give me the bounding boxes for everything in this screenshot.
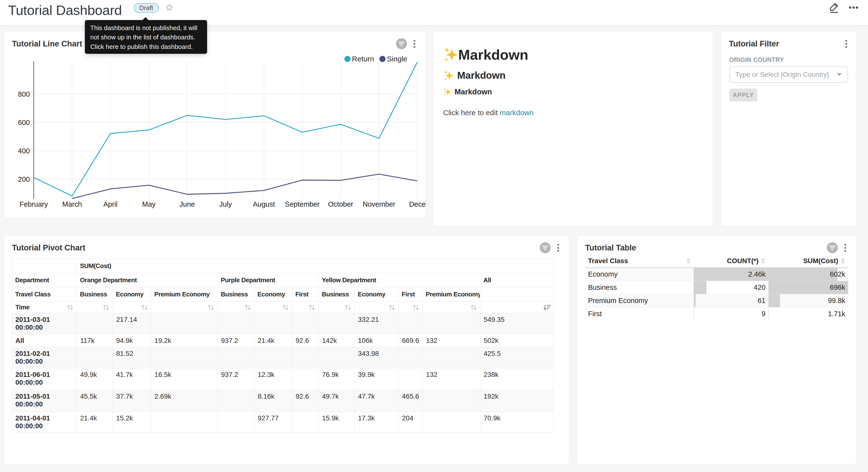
sort-icon	[412, 303, 420, 311]
pivot-value-cell	[319, 347, 354, 368]
pivot-value-cell: 425.5	[480, 347, 554, 368]
pivot-data-row: 2011-05-01 00:00:0045.5k37.7k2.69k8.16k9…	[12, 390, 554, 412]
pivot-value-cell: 238k	[480, 368, 554, 390]
pivot-data-row: 2011-02-01 00:00:0081.52343.98425.5	[12, 347, 554, 368]
table-row: First91.71k	[585, 307, 848, 320]
pivot-value-cell	[423, 412, 480, 433]
pivot-value-cell: 132	[423, 368, 480, 390]
markdown-h2: Markdown	[443, 68, 703, 82]
pivot-column-sort[interactable]	[113, 301, 151, 313]
pivot-value-cell	[77, 313, 113, 334]
pivot-subcolumn-header	[480, 287, 554, 301]
pivot-column-sort[interactable]	[77, 301, 113, 313]
pivot-value-cell	[399, 368, 423, 390]
chart-kebab-menu-icon[interactable]	[413, 40, 415, 48]
legend-label-return: Return	[352, 55, 374, 63]
line-chart-card: 200400600800FebruaryMarchAprilMayJuneJul…	[4, 31, 426, 218]
pivot-value-cell: 106k	[354, 334, 399, 347]
select-placeholder: Type or Select [Origin Country]	[735, 71, 836, 79]
pivot-row-key: All	[12, 334, 77, 347]
dashboard-page: Tutorial Dashboard Draft	[0, 0, 868, 472]
x-tick-label: February	[20, 200, 48, 208]
table-column-header[interactable]: Travel Class	[585, 255, 694, 268]
x-tick-label: July	[219, 200, 232, 208]
legend-label-single: Single	[387, 55, 407, 63]
filter-kebab-menu-icon[interactable]	[845, 40, 847, 48]
sort-icon	[141, 303, 148, 311]
pivot-value-cell: 45.5k	[77, 390, 113, 412]
dashboard-menu-button[interactable]	[849, 5, 858, 10]
table-column-header[interactable]: COUNT(*)	[694, 255, 769, 268]
pivot-subcolumn-header: Economy	[113, 287, 151, 301]
page-title: Tutorial Dashboard	[8, 2, 122, 18]
tooltip-line-2: not show up in the list of dashboards.	[90, 32, 202, 42]
table-row: Premium Economy6199.8k	[585, 294, 848, 307]
pivot-subcolumn-header: Premium Economy	[423, 287, 480, 301]
chart-kebab-menu-icon[interactable]	[844, 244, 846, 252]
pivot-column-sort[interactable]	[254, 301, 292, 313]
y-tick-label: 200	[18, 175, 30, 183]
pivot-travel-class-row: Travel ClassBusinessEconomyPremium Econo…	[12, 287, 554, 301]
pivot-time-header: Time	[16, 303, 30, 311]
markdown-h1: Markdown	[443, 46, 703, 63]
pivot-value-cell: 937.2	[218, 368, 254, 390]
pivot-column-sort[interactable]	[319, 301, 354, 313]
chart-kebab-menu-icon[interactable]	[557, 244, 559, 252]
markdown-card[interactable]: Markdown Markdown Markdown Click here to…	[433, 31, 713, 226]
pivot-column-sort[interactable]	[292, 301, 319, 313]
pivot-value-cell: 47.7k	[354, 390, 399, 412]
cross-filter-badge-icon[interactable]	[827, 242, 838, 254]
pivot-value-cell	[423, 390, 480, 412]
chart-title-line: Tutorial Line Chart	[12, 39, 82, 49]
cross-filter-badge-icon[interactable]	[396, 38, 407, 50]
table-cell-travel-class: First	[585, 307, 694, 320]
sort-icon	[102, 303, 110, 311]
chevron-down-icon	[836, 73, 842, 76]
ttable-body: Economy2.46k602kBusiness420696kPremium E…	[585, 268, 848, 320]
table-column-header[interactable]: SUM(Cost)	[769, 255, 848, 268]
pivot-value-cell: 41.7k	[113, 368, 151, 390]
pivot-value-cell: 204	[399, 412, 423, 433]
pivot-column-sort[interactable]	[399, 301, 423, 313]
column-sorter-icon	[841, 258, 845, 264]
pivot-value-cell: 92.6	[292, 390, 319, 412]
pivot-value-cell	[218, 313, 254, 334]
pivot-subcolumn-header: Economy	[354, 287, 399, 301]
origin-country-select[interactable]: Type or Select [Origin Country]	[730, 66, 848, 83]
sort-icon	[207, 303, 215, 311]
x-tick-label: Dece	[409, 200, 426, 208]
pivot-value-cell	[292, 313, 319, 334]
markdown-h2-text: Markdown	[457, 70, 506, 81]
column-sorter-icon	[686, 258, 691, 264]
pivot-value-cell: 49.7k	[319, 390, 354, 412]
pivot-column-sort[interactable]	[423, 301, 480, 313]
pivot-value-cell: 17.3k	[354, 412, 399, 433]
pivot-value-cell	[319, 313, 354, 334]
pivot-value-cell: 94.9k	[113, 334, 151, 347]
sort-icon	[388, 303, 396, 311]
markdown-h1-text: Markdown	[458, 47, 528, 63]
pivot-column-sort[interactable]	[354, 301, 399, 313]
pivot-column-sort[interactable]	[218, 301, 254, 313]
draft-status-badge[interactable]: Draft	[134, 3, 159, 13]
pivot-value-cell	[254, 347, 292, 368]
pivot-value-cell: 937.2	[218, 334, 254, 347]
pivot-column-sort[interactable]	[151, 301, 218, 313]
pivot-column-sort[interactable]	[480, 301, 554, 313]
favorite-star-icon[interactable]	[165, 3, 175, 13]
edit-dashboard-button[interactable]	[828, 1, 840, 14]
sort-icon	[308, 303, 316, 311]
pivot-subcolumn-header: Business	[77, 287, 113, 301]
pivot-table: SUM(Cost)DepartmentOrange DepartmentPurp…	[12, 259, 554, 433]
pivot-data-row: 2011-06-01 00:00:0049.9k41.7k16.5k937.21…	[12, 368, 554, 390]
origin-country-label: ORIGIN COUNTRY	[729, 56, 784, 63]
markdown-edit-link[interactable]: markdown	[500, 109, 533, 117]
pivot-chart-card: Tutorial Pivot Chart SUM(Cost)Department…	[4, 236, 569, 464]
pivot-group-header: All	[480, 273, 554, 287]
x-tick-label: May	[142, 200, 156, 208]
legend-dot-single	[379, 56, 385, 62]
cross-filter-badge-icon[interactable]	[539, 242, 551, 254]
pivot-department-row: DepartmentOrange DepartmentPurple Depart…	[12, 273, 554, 287]
apply-button[interactable]: APPLY	[730, 89, 757, 101]
pivot-data-row: All117k94.9k19.2k937.221.4k92.6142k106k6…	[12, 334, 554, 347]
